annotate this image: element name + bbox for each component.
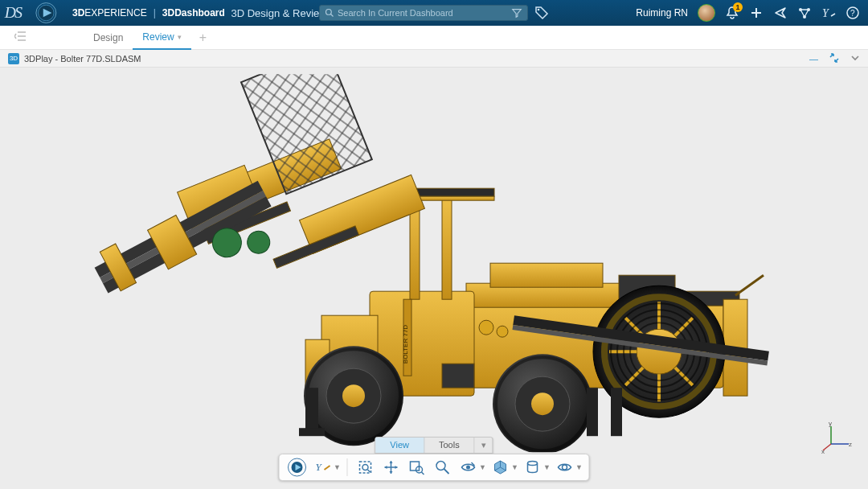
dropdown-caret-icon[interactable]: ▼ (480, 463, 486, 471)
svg-text:S: S (14, 4, 23, 21)
brand-rest: EXPERIENCE (84, 7, 146, 18)
svg-text:z: z (849, 441, 852, 448)
look-at-icon[interactable] (457, 456, 480, 479)
file-title: 3DPlay - Bolter 77D.SLDASM (24, 54, 141, 64)
file-bar: 3D 3DPlay - Bolter 77D.SLDASM — (0, 50, 868, 68)
brand-separator: | (150, 7, 159, 18)
avatar[interactable] (698, 4, 715, 22)
svg-point-71 (244, 227, 274, 257)
svg-point-96 (436, 462, 445, 471)
filter-icon[interactable] (511, 7, 522, 18)
compass-icon[interactable]: Y (821, 6, 836, 20)
add-icon[interactable] (749, 6, 764, 20)
notification-badge: 1 (733, 2, 743, 12)
svg-line-95 (422, 472, 424, 475)
search-area (319, 5, 549, 21)
svg-rect-93 (411, 462, 420, 471)
dropdown-caret-icon[interactable]: ▼ (576, 463, 583, 471)
search-icon (325, 8, 334, 18)
brand-bold: 3D (72, 7, 84, 18)
svg-line-92 (368, 470, 371, 472)
visibility-icon[interactable] (554, 456, 576, 479)
orbit-icon[interactable] (286, 456, 309, 479)
tooltab-view[interactable]: View (375, 438, 424, 453)
collapse-icon[interactable] (829, 53, 839, 64)
tooltab-chevron-icon[interactable]: ▾ (475, 438, 493, 453)
render-mode-icon[interactable] (489, 456, 512, 479)
ds-logo[interactable]: D S (3, 0, 68, 26)
share-icon[interactable] (773, 6, 788, 20)
tab-design[interactable]: Design (84, 26, 133, 50)
svg-point-57 (531, 392, 554, 415)
axis-triad: y z x (821, 421, 854, 454)
svg-point-91 (362, 465, 368, 471)
minimize-icon[interactable]: — (809, 54, 818, 64)
svg-point-98 (466, 466, 470, 470)
svg-point-99 (528, 462, 538, 466)
subnav: Design Review▾ + (0, 26, 868, 50)
tab-review[interactable]: Review▾ (133, 26, 190, 50)
svg-text:Y: Y (822, 7, 830, 19)
svg-rect-20 (490, 263, 603, 287)
dropdown-caret-icon[interactable]: ▼ (334, 463, 341, 471)
dashboard-label: 3DDashboard (162, 7, 225, 18)
svg-line-89 (325, 466, 330, 470)
view-toolbar: Y ▼ ▼ ▼ ▼ ▼ (279, 454, 590, 481)
svg-rect-76 (611, 388, 622, 436)
tooltab-tools[interactable]: Tools (424, 438, 475, 453)
fit-view-icon[interactable] (354, 456, 377, 479)
svg-point-5 (326, 10, 332, 15)
tool-tabstrip: View Tools ▾ (375, 437, 493, 454)
dropdown-caret-icon[interactable]: ▼ (512, 463, 518, 471)
search-input[interactable] (338, 8, 511, 18)
svg-point-54 (342, 384, 365, 407)
svg-rect-73 (305, 388, 318, 432)
svg-line-97 (444, 469, 449, 474)
svg-rect-74 (299, 428, 325, 436)
network-icon[interactable] (797, 6, 812, 20)
svg-line-24 (735, 275, 764, 295)
chevron-down-icon[interactable] (850, 53, 860, 64)
toolbar-separator (347, 458, 348, 476)
svg-point-78 (497, 326, 508, 337)
viewport-3d[interactable]: BOLTER 77D (0, 68, 868, 489)
search-box[interactable] (319, 5, 528, 21)
svg-rect-45 (442, 364, 474, 388)
header-right: Ruiming RN 1 Y ? (636, 4, 860, 22)
svg-point-100 (563, 465, 567, 470)
axis-wand-icon[interactable]: Y (312, 456, 334, 479)
svg-text:Y: Y (316, 461, 323, 473)
dropdown-caret-icon[interactable]: ▼ (544, 463, 551, 471)
tag-icon[interactable] (534, 6, 549, 20)
app-icon: 3D (8, 53, 19, 64)
svg-text:BOLTER 77D: BOLTER 77D (402, 325, 409, 364)
app-header: D S 3DEXPERIENCE | 3DDashboard 3D Design… (0, 0, 868, 26)
zoom-window-icon[interactable] (406, 456, 428, 479)
svg-point-77 (479, 320, 493, 335)
model-render: BOLTER 77D (64, 74, 804, 452)
svg-text:x: x (821, 448, 825, 454)
section-dropdown[interactable]: 3D Design & Review (228, 7, 327, 19)
svg-text:?: ? (850, 9, 855, 18)
user-name[interactable]: Ruiming RN (636, 7, 688, 18)
pan-icon[interactable] (380, 456, 403, 479)
section-icon[interactable] (522, 456, 544, 479)
file-bar-actions: — (809, 53, 860, 64)
expand-handle-icon[interactable] (14, 31, 27, 44)
svg-text:y: y (829, 421, 832, 427)
svg-point-7 (538, 9, 540, 11)
svg-line-6 (331, 14, 334, 17)
chevron-down-icon: ▾ (178, 33, 182, 41)
svg-rect-47 (442, 195, 452, 299)
brand-bar: 3DEXPERIENCE | 3DDashboard 3D Design & R… (72, 7, 343, 19)
help-icon[interactable]: ? (845, 6, 860, 20)
zoom-icon[interactable] (432, 456, 454, 479)
svg-rect-75 (587, 388, 598, 436)
add-tab-button[interactable]: + (191, 31, 215, 45)
svg-line-14 (831, 14, 835, 16)
notifications-icon[interactable]: 1 (725, 6, 739, 20)
